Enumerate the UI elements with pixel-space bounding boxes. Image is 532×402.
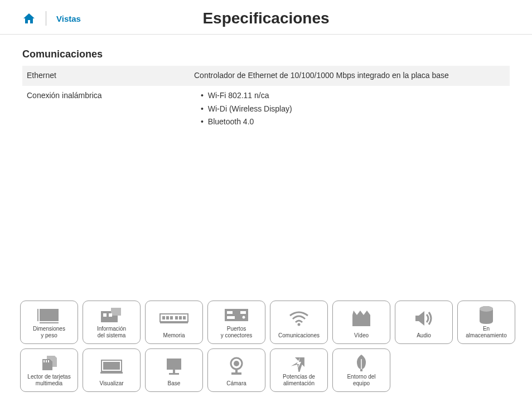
svg-rect-5	[103, 313, 107, 317]
svg-rect-11	[175, 316, 178, 319]
svg-point-20	[298, 323, 301, 326]
svg-rect-31	[173, 370, 175, 373]
card-label: Base	[168, 380, 181, 387]
spec-label: Conexión inalámbrica	[27, 89, 194, 129]
card-label: Memoria	[163, 332, 185, 339]
memory-icon	[148, 304, 200, 332]
card-storage[interactable]: En almacenamiento	[457, 301, 515, 344]
svg-rect-25	[46, 360, 47, 362]
audio-icon	[398, 304, 450, 332]
spec-row-wireless: Conexión inalámbrica Wi-Fi 802.11 n/ca W…	[22, 86, 510, 132]
svg-rect-15	[225, 309, 248, 321]
svg-rect-35	[235, 369, 238, 372]
wifi-icon	[273, 304, 325, 332]
base-icon	[148, 352, 200, 380]
svg-rect-4	[111, 308, 121, 316]
card-communications[interactable]: Comunicaciones	[270, 301, 328, 344]
svg-rect-8	[162, 316, 165, 319]
card-label: En almacenamiento	[466, 326, 506, 339]
header: Vistas Especificaciones	[0, 0, 532, 35]
card-environment[interactable]: Entorno del equipo	[332, 348, 390, 392]
power-icon	[273, 352, 325, 374]
svg-rect-12	[179, 316, 182, 319]
card-label: Dimensiones y peso	[33, 326, 65, 339]
card-label: Comunicaciones	[278, 332, 320, 339]
vistas-link[interactable]: Vistas	[56, 14, 81, 23]
camera-icon	[210, 352, 263, 380]
svg-point-23	[480, 306, 493, 312]
display-icon	[85, 352, 138, 380]
card-label: Cámara	[226, 380, 246, 387]
svg-rect-30	[167, 359, 181, 370]
home-icon[interactable]	[22, 12, 36, 25]
card-base[interactable]: Base	[145, 348, 203, 392]
card-system-info[interactable]: Información del sistema	[83, 301, 141, 344]
card-ports[interactable]: Puertos y conectores	[207, 301, 265, 344]
svg-rect-10	[170, 316, 173, 319]
dimensions-icon	[23, 304, 75, 326]
card-video[interactable]: Vídeo	[332, 301, 390, 344]
svg-rect-37	[360, 369, 362, 371]
card-audio[interactable]: Audio	[395, 301, 453, 344]
spec-row-ethernet: Ethernet Controlador de Ethernet de 10/1…	[22, 66, 510, 86]
card-camera[interactable]: Cámara	[207, 348, 265, 392]
svg-point-34	[234, 361, 239, 366]
card-label: Información del sistema	[97, 326, 126, 339]
svg-rect-0	[40, 309, 59, 321]
svg-rect-26	[48, 360, 49, 362]
card-dimensions[interactable]: Dimensiones y peso	[20, 301, 78, 344]
svg-rect-24	[43, 360, 45, 362]
spec-label: Ethernet	[27, 69, 194, 83]
ports-icon	[210, 304, 263, 326]
page-title: Especificaciones	[202, 9, 329, 27]
svg-rect-17	[240, 311, 246, 314]
card-display[interactable]: Visualizar	[83, 348, 141, 392]
storage-icon	[460, 304, 512, 326]
environment-icon	[335, 352, 388, 374]
section-title: Comunicaciones	[22, 49, 510, 60]
svg-rect-16	[227, 311, 233, 314]
svg-rect-32	[169, 373, 179, 375]
svg-rect-9	[166, 316, 169, 319]
spec-bullet: Bluetooth 4.0	[201, 115, 505, 129]
svg-rect-13	[183, 316, 186, 319]
svg-point-19	[243, 316, 245, 319]
card-memory[interactable]: Memoria	[145, 301, 203, 344]
svg-rect-36	[231, 372, 241, 375]
svg-rect-6	[109, 313, 112, 317]
spec-bullet-list: Wi-Fi 802.11 n/ca Wi-Di (Wireless Displa…	[194, 89, 505, 129]
spec-value: Wi-Fi 802.11 n/ca Wi-Di (Wireless Displa…	[194, 89, 505, 129]
svg-rect-21	[352, 315, 370, 326]
card-media-reader[interactable]: Lector de tarjetas multimedia	[20, 348, 78, 392]
card-label: Entorno del equipo	[347, 374, 375, 387]
card-power[interactable]: Potencias de alimentación	[270, 348, 328, 392]
card-label: Lector de tarjetas multimedia	[27, 374, 70, 387]
card-label: Puertos y conectores	[221, 326, 253, 339]
spec-bullet: Wi-Fi 802.11 n/ca	[201, 89, 505, 103]
content: Comunicaciones Ethernet Controlador de E…	[0, 35, 532, 143]
header-divider	[46, 11, 46, 26]
card-label: Potencias de alimentación	[283, 374, 315, 387]
card-label: Visualizar	[99, 380, 123, 387]
spec-bullet: Wi-Di (Wireless Display)	[201, 103, 505, 116]
card-label: Audio	[417, 332, 431, 339]
svg-rect-18	[227, 316, 235, 319]
card-label: Vídeo	[354, 332, 369, 339]
nav-cards: Dimensiones y peso Información del siste…	[20, 301, 526, 392]
card-reader-icon	[23, 352, 75, 374]
svg-rect-28	[103, 362, 120, 370]
svg-rect-14	[160, 322, 188, 323]
spec-value: Controlador de Ethernet de 10/100/1000 M…	[194, 69, 505, 83]
chip-icon	[85, 304, 138, 326]
video-icon	[335, 304, 388, 332]
svg-rect-29	[100, 372, 123, 374]
